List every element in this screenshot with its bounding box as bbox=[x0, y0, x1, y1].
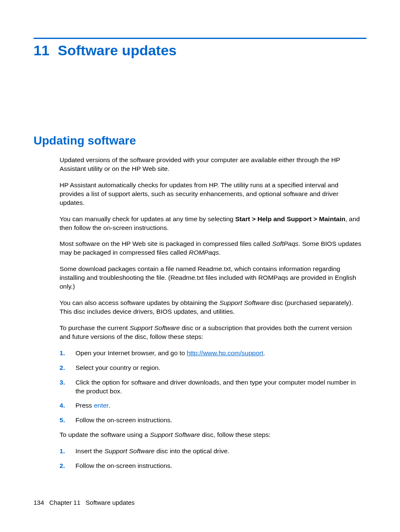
list-item: Insert the Support Software disc into th… bbox=[60, 447, 362, 456]
keycap: enter bbox=[94, 402, 108, 409]
text: Insert the bbox=[75, 447, 104, 455]
footer-chapter-title: Software updates bbox=[86, 499, 135, 506]
paragraph: To update the software using a Support S… bbox=[60, 431, 362, 439]
paragraph: Most software on the HP Web site is pack… bbox=[60, 240, 362, 257]
hyperlink[interactable]: http://www.hp.com/support bbox=[187, 349, 263, 356]
footer-chapter-label: Chapter 11 bbox=[49, 499, 81, 506]
text: . bbox=[108, 402, 110, 409]
italic-text: Support Software bbox=[150, 431, 200, 438]
list-item: Open your Internet browser, and go to ht… bbox=[60, 349, 362, 358]
text: You can also access software updates by … bbox=[60, 299, 219, 306]
chapter-heading: 11Software updates bbox=[34, 42, 366, 59]
italic-text: Support Software bbox=[219, 299, 270, 306]
text: disc, follow these steps: bbox=[200, 431, 270, 438]
paragraph: Updated versions of the software provide… bbox=[60, 156, 362, 173]
chapter-number: 11 bbox=[34, 42, 49, 59]
list-item: Click the option for software and driver… bbox=[60, 378, 362, 396]
body-content: Updated versions of the software provide… bbox=[60, 156, 362, 470]
bold-text: Start > Help and Support > Maintain bbox=[235, 215, 345, 222]
italic-text: SoftPaqs bbox=[272, 240, 299, 247]
section-heading: Updating software bbox=[34, 134, 366, 147]
list-item: Follow the on-screen instructions. bbox=[60, 416, 362, 425]
chapter-rule bbox=[34, 38, 366, 39]
list-item: Press enter. bbox=[60, 401, 362, 410]
chapter-title: Software updates bbox=[58, 42, 177, 58]
page-footer: 134 Chapter 11 Software updates bbox=[34, 499, 135, 506]
text: Open your Internet browser, and go to bbox=[75, 349, 187, 356]
italic-text: ROMPaqs bbox=[189, 249, 219, 256]
document-page: 11Software updates Updating software Upd… bbox=[0, 0, 400, 493]
text: . bbox=[219, 249, 221, 256]
text: disc into the optical drive. bbox=[155, 447, 229, 455]
text: To purchase the current bbox=[60, 324, 130, 331]
italic-text: Support Software bbox=[104, 447, 155, 455]
list-item: Select your country or region. bbox=[60, 364, 362, 372]
ordered-list: Insert the Support Software disc into th… bbox=[60, 447, 362, 470]
text: To update the software using a bbox=[60, 431, 150, 438]
paragraph: To purchase the current Support Software… bbox=[60, 324, 362, 341]
text: Most software on the HP Web site is pack… bbox=[60, 240, 272, 247]
paragraph: You can also access software updates by … bbox=[60, 299, 362, 316]
italic-text: Support Software bbox=[130, 324, 180, 331]
paragraph: You can manually check for updates at an… bbox=[60, 215, 362, 232]
paragraph: Some download packages contain a file na… bbox=[60, 265, 362, 291]
page-number: 134 bbox=[34, 499, 44, 506]
list-item: Follow the on-screen instructions. bbox=[60, 462, 362, 470]
text: You can manually check for updates at an… bbox=[60, 215, 235, 222]
text: . bbox=[263, 349, 265, 356]
text: Press bbox=[75, 402, 94, 409]
ordered-list: Open your Internet browser, and go to ht… bbox=[60, 349, 362, 425]
paragraph: HP Assistant automatically checks for up… bbox=[60, 181, 362, 207]
